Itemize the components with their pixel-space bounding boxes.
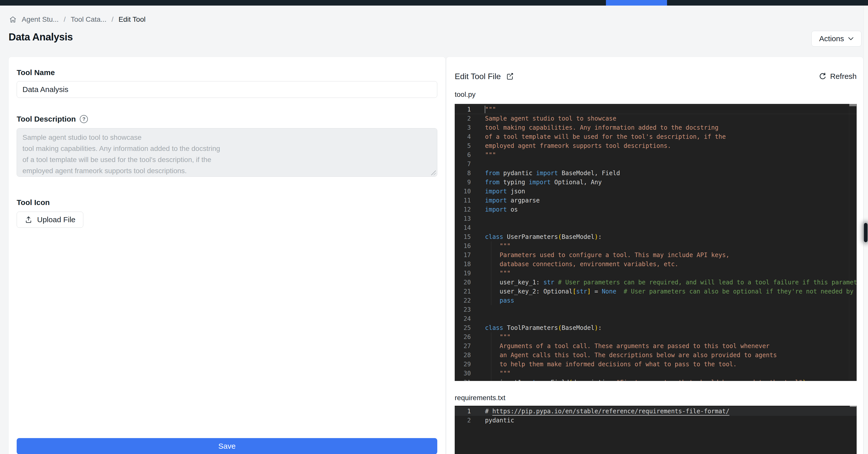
code-line[interactable]: 15class UserParameters(BaseModel): bbox=[455, 232, 857, 242]
line-number: 15 bbox=[455, 232, 471, 242]
line-number: 18 bbox=[455, 260, 471, 269]
code-line[interactable]: 14 bbox=[455, 223, 857, 232]
code-line[interactable]: 13 bbox=[455, 214, 857, 223]
line-number: 26 bbox=[455, 333, 471, 341]
line-number: 20 bbox=[455, 278, 471, 287]
code-text: """ bbox=[485, 369, 510, 378]
code-editor-requirements-txt[interactable]: 1# https://pip.pypa.io/en/stable/referen… bbox=[455, 406, 857, 454]
indent-guide bbox=[491, 341, 491, 350]
indent-guide bbox=[491, 251, 491, 260]
code-line[interactable]: 5employed agent frameork supports tool d… bbox=[455, 141, 857, 150]
code-text: import os bbox=[485, 205, 518, 214]
breadcrumb-item-tool-catalog[interactable]: Tool Cata... bbox=[71, 16, 106, 24]
indent-guide bbox=[491, 369, 491, 378]
code-line[interactable]: 6""" bbox=[455, 150, 857, 160]
code-line[interactable]: 26 """ bbox=[455, 333, 857, 341]
tool-description-textarea[interactable] bbox=[17, 128, 437, 177]
tool-icon-label: Tool Icon bbox=[17, 198, 437, 207]
page-scrollbar-thumb[interactable] bbox=[864, 223, 868, 242]
code-text: import argparse bbox=[485, 196, 540, 205]
line-number: 23 bbox=[455, 305, 471, 314]
code-line[interactable]: 29 to help them make informed decisions … bbox=[455, 360, 857, 369]
code-line[interactable]: 10import json bbox=[455, 187, 857, 196]
browser-top-bar bbox=[0, 0, 868, 5]
code-line[interactable]: 1""" bbox=[455, 105, 857, 114]
code-text: """ bbox=[485, 150, 496, 160]
breadcrumb-separator: / bbox=[64, 16, 66, 24]
code-text: database connections, environment variab… bbox=[485, 260, 678, 269]
line-number: 2 bbox=[455, 114, 471, 123]
code-text: pydantic bbox=[485, 416, 514, 425]
code-line[interactable]: 8from pydantic import BaseModel, Field bbox=[455, 169, 857, 178]
code-text: pass bbox=[485, 296, 514, 305]
line-number: 14 bbox=[455, 223, 471, 232]
line-number: 13 bbox=[455, 214, 471, 223]
tool-form-card: Tool Name Tool Description ? Tool Icon U… bbox=[8, 57, 445, 454]
line-number: 16 bbox=[455, 242, 471, 251]
line-number: 9 bbox=[455, 178, 471, 187]
refresh-button-label: Refresh bbox=[830, 72, 857, 81]
code-text: tool making capabilities. Any informatio… bbox=[485, 123, 718, 132]
line-number: 1 bbox=[455, 105, 471, 114]
code-line[interactable]: 12import os bbox=[455, 205, 857, 214]
line-number: 17 bbox=[455, 251, 471, 260]
code-line[interactable]: 23 bbox=[455, 305, 857, 314]
indent-guide bbox=[491, 278, 491, 287]
save-button[interactable]: Save bbox=[17, 438, 437, 454]
code-text: to help them make informed decisions of … bbox=[485, 360, 737, 369]
tool-description-label: Tool Description ? bbox=[17, 114, 437, 123]
tool-name-input[interactable] bbox=[17, 81, 437, 98]
code-line[interactable]: 3tool making capabilities. Any informati… bbox=[455, 123, 857, 132]
code-line[interactable]: 27 Arguments of a tool call. These argum… bbox=[455, 341, 857, 350]
line-number: 3 bbox=[455, 123, 471, 132]
page-title: Data Analysis bbox=[8, 31, 73, 43]
line-number: 30 bbox=[455, 369, 471, 378]
code-line[interactable]: 18 database connections, environment var… bbox=[455, 260, 857, 269]
upload-file-label: Upload File bbox=[37, 216, 75, 224]
code-line[interactable]: 11import argparse bbox=[455, 196, 857, 205]
line-number: 25 bbox=[455, 323, 471, 333]
code-text: from pydantic import BaseModel, Field bbox=[485, 169, 620, 178]
code-editor-tool-py[interactable]: 1"""2Sample agent studio tool to showcas… bbox=[455, 104, 857, 381]
page-scrollbar[interactable] bbox=[864, 5, 868, 454]
line-number: 10 bbox=[455, 187, 471, 196]
code-line[interactable]: 25class ToolParameters(BaseModel): bbox=[455, 323, 857, 333]
line-number: 2 bbox=[455, 416, 471, 425]
code-line[interactable]: 20 user_key_1: str # User parameters can… bbox=[455, 278, 857, 287]
refresh-button[interactable]: Refresh bbox=[818, 72, 857, 81]
code-line[interactable]: 7 bbox=[455, 160, 857, 169]
home-icon[interactable] bbox=[9, 16, 17, 23]
code-text: """ bbox=[485, 333, 510, 341]
code-line[interactable]: 4of a tool template will be used for the… bbox=[455, 132, 857, 141]
line-number: 31 bbox=[455, 378, 471, 381]
indent-guide bbox=[491, 269, 491, 278]
code-line[interactable]: 19 """ bbox=[455, 269, 857, 278]
code-line[interactable]: 16 """ bbox=[455, 242, 857, 251]
top-bar-accent bbox=[606, 0, 667, 5]
actions-button-label: Actions bbox=[819, 34, 844, 43]
code-line[interactable]: 2pydantic bbox=[455, 416, 857, 425]
line-number: 24 bbox=[455, 314, 471, 323]
code-line[interactable]: 1# https://pip.pypa.io/en/stable/referen… bbox=[455, 407, 857, 416]
tool-icon-label-text: Tool Icon bbox=[17, 198, 50, 207]
help-icon[interactable]: ? bbox=[80, 115, 88, 123]
code-line[interactable]: 30 """ bbox=[455, 369, 857, 378]
line-number: 12 bbox=[455, 205, 471, 214]
line-number: 7 bbox=[455, 160, 471, 169]
code-line[interactable]: 28 an Agent calls this tool. The descrip… bbox=[455, 350, 857, 360]
code-line[interactable]: 17 Parameters used to configure a tool. … bbox=[455, 251, 857, 260]
external-link-icon[interactable] bbox=[505, 72, 514, 81]
code-line[interactable]: 2Sample agent studio tool to showcase bbox=[455, 114, 857, 123]
code-line[interactable]: 24 bbox=[455, 314, 857, 323]
code-text: user_key_1: str # User parameters can be… bbox=[485, 278, 857, 287]
code-line[interactable]: 22 pass bbox=[455, 296, 857, 305]
actions-button[interactable]: Actions bbox=[811, 31, 862, 47]
code-line[interactable]: 21 user_key_2: Optional[str] = None # Us… bbox=[455, 287, 857, 296]
code-text: Parameters used to configure a tool. Thi… bbox=[485, 251, 730, 260]
edit-tool-file-title-text: Edit Tool File bbox=[455, 72, 501, 81]
breadcrumb-item-agent-studio[interactable]: Agent Stu... bbox=[22, 16, 59, 24]
code-line[interactable]: 31 input1: str = Field(description="Firs… bbox=[455, 378, 857, 381]
code-line[interactable]: 9from typing import Optional, Any bbox=[455, 178, 857, 187]
upload-file-button[interactable]: Upload File bbox=[17, 211, 83, 228]
indent-guide bbox=[491, 360, 491, 369]
